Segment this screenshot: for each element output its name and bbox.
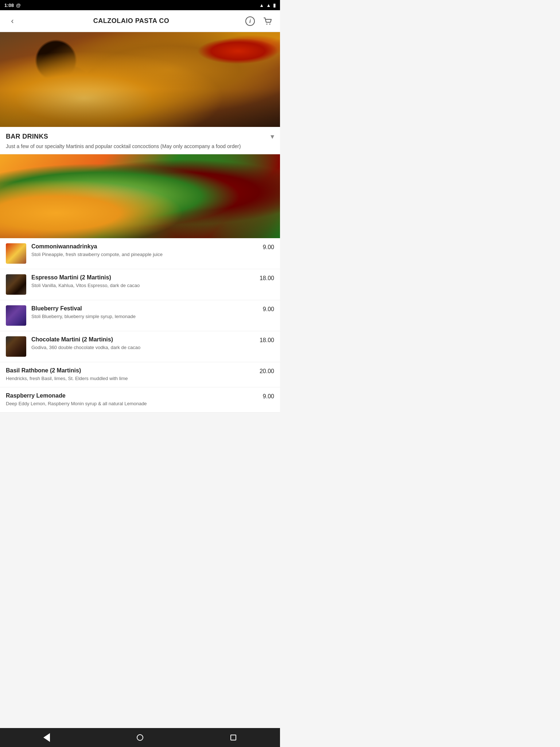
- item-price: 9.00: [263, 243, 274, 251]
- item-description: Godiva, 360 double chocolate vodka, dark…: [31, 344, 255, 351]
- drinks-hero-image: [0, 154, 280, 238]
- wifi-icon: ▲: [266, 3, 271, 8]
- item-price: 18.00: [260, 336, 274, 344]
- back-icon: ‹: [11, 16, 13, 26]
- item-content: Raspberry Lemonade Deep Eddy Lemon, Rasp…: [6, 392, 258, 407]
- item-description: Stoli Vanilla, Kahlua, Vitos Espresso, d…: [31, 282, 255, 289]
- item-description: Stoli Blueberry, blueberry simple syrup,…: [31, 313, 258, 320]
- menu-item[interactable]: Raspberry Lemonade Deep Eddy Lemon, Rasp…: [0, 387, 280, 413]
- status-time: 1:08: [4, 3, 14, 8]
- item-name: Espresso Martini (2 Martinis): [31, 274, 255, 281]
- menu-item[interactable]: Commoniwannadrinkya Stoli Pineapple, fre…: [0, 238, 280, 269]
- item-thumbnail: [6, 274, 26, 295]
- menu-item[interactable]: Blueberry Festival Stoli Blueberry, blue…: [0, 300, 280, 331]
- section-chevron-icon[interactable]: ▾: [271, 132, 274, 141]
- section-header: BAR DRINKS ▾ Just a few of our specialty…: [0, 127, 280, 154]
- item-content: Basil Rathbone (2 Martinis) Hendricks, f…: [6, 367, 255, 382]
- menu-item[interactable]: Basil Rathbone (2 Martinis) Hendricks, f…: [0, 362, 280, 387]
- hero-pizza-image: [0, 32, 280, 127]
- main-content: BAR DRINKS ▾ Just a few of our specialty…: [0, 32, 280, 431]
- at-icon: @: [16, 3, 21, 8]
- signal-icon: ▲: [259, 3, 264, 8]
- section-description: Just a few of our specialty Martinis and…: [6, 143, 274, 150]
- item-content: Commoniwannadrinkya Stoli Pineapple, fre…: [31, 243, 258, 258]
- item-name: Commoniwannadrinkya: [31, 243, 258, 250]
- svg-point-3: [269, 23, 271, 24]
- back-button[interactable]: ‹: [4, 13, 20, 29]
- item-name: Blueberry Festival: [31, 305, 258, 312]
- item-price: 20.00: [260, 367, 274, 375]
- item-price: 18.00: [260, 274, 274, 282]
- item-thumbnail: [6, 243, 26, 264]
- item-name: Raspberry Lemonade: [6, 392, 258, 399]
- item-content: Espresso Martini (2 Martinis) Stoli Vani…: [31, 274, 255, 289]
- item-name: Chocolate Martini (2 Martinis): [31, 336, 255, 343]
- menu-item[interactable]: Espresso Martini (2 Martinis) Stoli Vani…: [0, 269, 280, 300]
- section-title: BAR DRINKS: [6, 133, 48, 140]
- item-content: Blueberry Festival Stoli Blueberry, blue…: [31, 305, 258, 320]
- cart-button[interactable]: [260, 13, 276, 29]
- item-content: Chocolate Martini (2 Martinis) Godiva, 3…: [31, 336, 255, 351]
- item-price: 9.00: [263, 305, 274, 313]
- battery-icon: ▮: [273, 3, 276, 8]
- item-description: Stoli Pineapple, fresh strawberry compot…: [31, 251, 258, 258]
- item-description: Deep Eddy Lemon, Raspberry Monin syrup &…: [6, 400, 258, 407]
- item-description: Hendricks, fresh Basil, limes, St. Elder…: [6, 375, 255, 382]
- menu-list: Commoniwannadrinkya Stoli Pineapple, fre…: [0, 238, 280, 413]
- info-button[interactable]: i: [242, 13, 258, 29]
- menu-item[interactable]: Chocolate Martini (2 Martinis) Godiva, 3…: [0, 331, 280, 362]
- item-name: Basil Rathbone (2 Martinis): [6, 367, 255, 374]
- app-bar: ‹ CALZOLAIO PASTA CO i: [0, 10, 280, 32]
- item-thumbnail: [6, 336, 26, 357]
- app-bar-title: CALZOLAIO PASTA CO: [20, 17, 242, 25]
- app-bar-actions: i: [242, 13, 276, 29]
- status-bar: 1:08 @ ▲ ▲ ▮: [0, 0, 280, 10]
- item-price: 9.00: [263, 392, 274, 400]
- svg-text:i: i: [249, 18, 251, 24]
- svg-point-2: [267, 23, 268, 24]
- item-thumbnail: [6, 305, 26, 326]
